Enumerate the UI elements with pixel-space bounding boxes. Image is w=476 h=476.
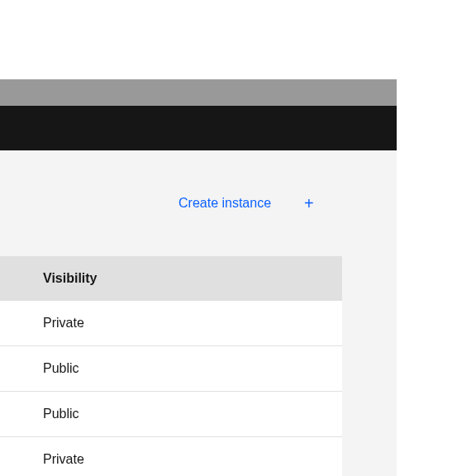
table-header-visibility: Visibility xyxy=(0,256,342,301)
top-gray-band xyxy=(0,79,397,106)
table-row[interactable]: Private xyxy=(0,437,342,476)
table-row[interactable]: Public xyxy=(0,346,342,392)
table-row[interactable]: Private xyxy=(0,301,342,346)
create-instance-link[interactable]: Create instance xyxy=(178,196,271,211)
visibility-table: Visibility Private Public Public Private xyxy=(0,256,342,476)
table-row[interactable]: Public xyxy=(0,392,342,437)
main-panel: Create instance + Visibility Private Pub… xyxy=(0,150,397,476)
plus-icon[interactable]: + xyxy=(304,194,314,213)
top-black-band xyxy=(0,106,397,150)
action-bar: Create instance + xyxy=(0,150,397,256)
